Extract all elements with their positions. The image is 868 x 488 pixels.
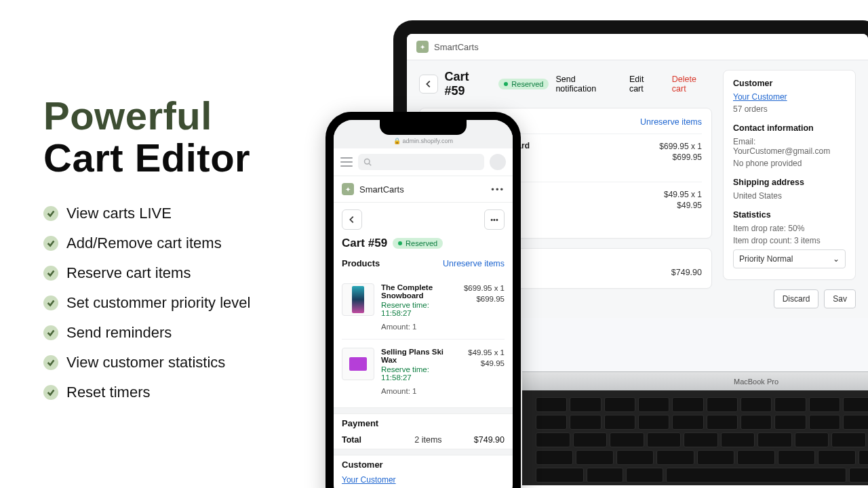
payment-heading: Payment — [342, 418, 505, 428]
drop-rate: Item drop rate: 50% — [733, 224, 846, 233]
send-notification-link[interactable]: Send notification — [555, 75, 617, 94]
unreserve-link[interactable]: Unreserve items — [443, 259, 505, 268]
reserve-time: Reserve time: 11:58:27 — [381, 301, 457, 317]
product-thumb — [342, 283, 374, 316]
product-lineprice: $699.95 — [659, 152, 702, 163]
discard-button[interactable]: Discard — [774, 289, 819, 308]
check-icon — [43, 355, 58, 370]
reserved-badge: Reserved — [393, 238, 443, 249]
customer-section: Customer Your Customer 50 orders — [342, 460, 505, 488]
product-pxq: $699.95 x 1 — [464, 283, 505, 294]
feature-text: Add/Remove cart items — [66, 235, 222, 252]
feature-item: Reserve cart items — [43, 264, 315, 282]
feature-list: View carts LIVE Add/Remove cart items Re… — [43, 205, 315, 401]
product-pxq: $49.95 x 1 — [664, 189, 702, 200]
product-pxq: $49.95 x 1 — [468, 348, 505, 359]
laptop-label: MacBook Pro — [522, 371, 868, 390]
customer-link[interactable]: Your Customer — [733, 92, 787, 102]
contact-heading: Contact information — [733, 123, 846, 133]
customer-phone: No phone provided — [733, 159, 846, 168]
cart-title: Cart #59 — [342, 237, 387, 250]
feature-item: Set custommer priority level — [43, 294, 315, 312]
more-button[interactable]: ••• — [484, 209, 505, 230]
feature-text: Send reminders — [66, 324, 172, 342]
laptop-base: MacBook Pro — [522, 371, 868, 487]
check-icon — [43, 385, 58, 400]
more-icon[interactable]: ••• — [491, 184, 505, 195]
product-lineprice: $49.95 — [468, 359, 505, 369]
summary-total: $749.90 — [671, 268, 702, 277]
product-amount: Amount: 1 — [381, 323, 457, 331]
product-pxq: $699.95 x 1 — [659, 141, 702, 152]
svg-point-0 — [365, 159, 370, 165]
customer-email: Email: YourCustomer@gmail.com — [733, 137, 846, 156]
feature-item: Add/Remove cart items — [43, 235, 315, 252]
phone-toolbar — [334, 148, 513, 176]
product-thumb — [342, 348, 374, 380]
feature-text: View carts LIVE — [66, 205, 172, 222]
feature-text: View customer statistics — [66, 354, 225, 371]
keyboard — [522, 390, 868, 485]
app-icon: ✦ — [416, 41, 429, 53]
product-lineprice: $699.95 — [464, 294, 505, 305]
check-icon — [43, 206, 58, 221]
svg-line-1 — [369, 163, 371, 165]
back-button[interactable] — [419, 75, 438, 94]
chevron-icon: ⌄ — [833, 254, 840, 264]
customer-heading: Customer — [342, 460, 505, 470]
search-input[interactable] — [358, 154, 484, 170]
phone-device: 🔒 admin.shopify.com ✦ SmartCarts ••• ••• — [326, 112, 521, 488]
check-icon — [43, 266, 58, 281]
customer-orders: 57 orders — [733, 104, 846, 114]
check-icon — [43, 236, 58, 251]
unreserve-link[interactable]: Unreserve items — [640, 117, 702, 127]
headline-line2: Cart Editor — [43, 136, 250, 180]
product-name: Selling Plans Ski Wax — [381, 348, 461, 364]
app-titlebar: ✦ SmartCarts — [407, 34, 868, 60]
edit-cart-link[interactable]: Edit cart — [629, 75, 660, 94]
menu-icon[interactable] — [340, 157, 353, 167]
total-value: $749.90 — [474, 435, 505, 445]
shipping-heading: Shipping address — [733, 178, 846, 187]
product-row: The Complete Snowboard Reserve time: 11:… — [342, 275, 505, 340]
product-row: Selling Plans Ski Wax Reserve time: 11:5… — [342, 340, 505, 403]
total-label: Total — [342, 435, 382, 445]
headline-line1: Powerful — [43, 95, 315, 137]
priority-select[interactable]: Priority Normal ⌄ — [733, 249, 846, 268]
headline: Powerful Cart Editor — [43, 95, 315, 179]
total-count: 2 items — [382, 435, 474, 445]
feature-item: View customer statistics — [43, 354, 315, 371]
save-button[interactable]: Sav — [824, 289, 856, 308]
delete-cart-link[interactable]: Delete cart — [672, 75, 712, 94]
feature-text: Reserve cart items — [66, 264, 191, 282]
stats-heading: Statistics — [733, 210, 846, 220]
back-button[interactable] — [342, 209, 362, 230]
product-amount: Amount: 1 — [381, 387, 461, 395]
app-name: SmartCarts — [434, 42, 479, 52]
customer-heading: Customer — [733, 79, 846, 88]
app-name: SmartCarts — [359, 184, 404, 195]
app-icon: ✦ — [342, 183, 354, 195]
marketing-panel: Powerful Cart Editor View carts LIVE Add… — [43, 95, 315, 413]
phone-notch — [380, 120, 467, 135]
reserved-badge: Reserved — [498, 79, 549, 89]
check-icon — [43, 325, 58, 340]
feature-item: Reset timers — [43, 384, 315, 401]
reserve-time: Reserve time: 11:58:27 — [381, 365, 461, 382]
phone-app-titlebar: ✦ SmartCarts ••• — [334, 176, 513, 203]
product-lineprice: $49.95 — [664, 200, 702, 211]
feature-item: View carts LIVE — [43, 205, 315, 222]
feature-item: Send reminders — [43, 324, 315, 342]
products-heading: Products — [342, 258, 380, 268]
check-icon — [43, 296, 58, 310]
avatar[interactable] — [490, 154, 506, 170]
drop-count: Item drop count: 3 items — [733, 236, 846, 245]
cart-title: Cart #59 — [445, 70, 492, 98]
feature-text: Set custommer priority level — [66, 294, 250, 312]
product-name: The Complete Snowboard — [381, 283, 457, 300]
feature-text: Reset timers — [66, 384, 150, 401]
shipping-value: United States — [733, 191, 846, 201]
payment-section: Payment Total 2 items $749.90 — [342, 418, 505, 445]
customer-link[interactable]: Your Customer — [342, 475, 396, 485]
